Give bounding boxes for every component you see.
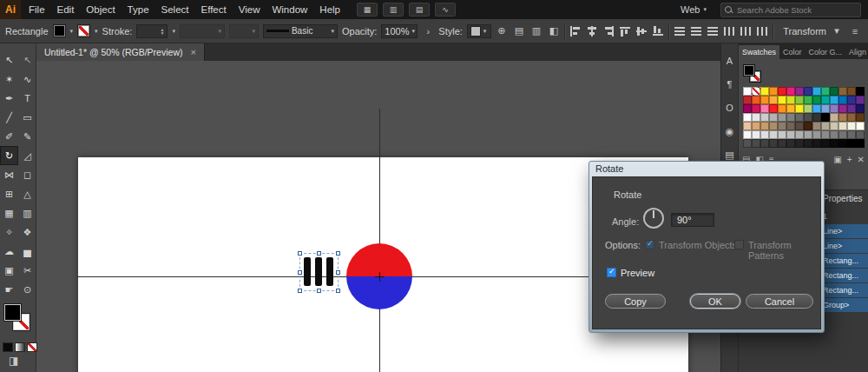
swatch[interactable] xyxy=(760,130,769,139)
selection-handle[interactable] xyxy=(336,289,340,293)
distribute-right-icon[interactable] xyxy=(756,26,768,37)
selection-tool[interactable]: ↖ xyxy=(0,50,18,70)
menu-type[interactable]: Type xyxy=(122,0,155,19)
swatch[interactable] xyxy=(778,139,786,148)
swatch[interactable] xyxy=(743,139,752,148)
new-color-group-icon[interactable]: ▣ xyxy=(833,155,841,164)
cancel-button[interactable]: Cancel xyxy=(746,294,813,309)
panel-fill-swatch[interactable] xyxy=(743,64,755,76)
transform-patterns-checkbox[interactable] xyxy=(734,240,744,249)
swatch[interactable] xyxy=(752,104,760,113)
swatch[interactable] xyxy=(769,87,778,96)
swatch[interactable] xyxy=(812,130,821,139)
pen-tool[interactable]: ✒ xyxy=(0,89,18,108)
align-top-icon[interactable] xyxy=(619,26,631,37)
preview-checkbox[interactable] xyxy=(607,268,616,277)
swatch[interactable] xyxy=(743,113,752,122)
screen-mode-button[interactable]: ◨ xyxy=(9,355,18,367)
character-panel-icon[interactable]: A xyxy=(722,54,738,68)
opacity-options-icon[interactable]: › xyxy=(422,25,434,37)
tab-color[interactable]: Color xyxy=(779,45,806,59)
align-middle-icon[interactable] xyxy=(635,26,648,37)
distribute-left-icon[interactable] xyxy=(723,26,735,37)
swatch[interactable] xyxy=(760,113,769,122)
tab-align[interactable]: Align xyxy=(845,45,868,59)
bridge-icon[interactable]: ▦ xyxy=(357,3,378,17)
dialog-title[interactable]: Rotate xyxy=(589,162,824,176)
swatch[interactable] xyxy=(821,87,830,96)
swatch[interactable] xyxy=(795,113,804,122)
swatch[interactable] xyxy=(821,139,830,148)
swatch[interactable] xyxy=(856,113,865,122)
paintbrush-tool[interactable]: ✐ xyxy=(0,127,18,146)
selection-handle[interactable] xyxy=(298,270,302,275)
distribute-top-icon[interactable] xyxy=(674,26,686,37)
magic-wand-tool[interactable]: ✶ xyxy=(0,70,18,89)
swatch[interactable] xyxy=(821,130,830,139)
eyedropper-tool[interactable]: ✧ xyxy=(0,223,18,242)
swatch[interactable] xyxy=(830,130,838,139)
selection-handle[interactable] xyxy=(298,289,302,293)
color-mode-button[interactable] xyxy=(3,342,13,352)
swatch[interactable] xyxy=(752,113,760,122)
angle-input[interactable] xyxy=(671,213,714,227)
arrange-documents-icon[interactable]: ▥ xyxy=(383,3,404,17)
swatch[interactable] xyxy=(838,122,847,130)
stroke-chevron-icon[interactable]: ▾ xyxy=(95,28,98,35)
distribute-middle-icon[interactable] xyxy=(690,26,702,37)
swatch[interactable] xyxy=(821,104,830,113)
document-setup-icon[interactable]: ⊕ xyxy=(496,25,508,37)
swatch[interactable] xyxy=(847,139,856,148)
swatch[interactable] xyxy=(795,139,804,148)
swatch[interactable] xyxy=(786,96,795,104)
selection-handle[interactable] xyxy=(336,270,340,275)
close-icon[interactable]: × xyxy=(190,48,195,57)
swatch[interactable] xyxy=(778,113,786,122)
menu-select[interactable]: Select xyxy=(155,0,195,19)
scale-tool[interactable]: ◿ xyxy=(18,146,36,165)
menu-view[interactable]: View xyxy=(233,0,266,19)
none-mode-button[interactable] xyxy=(27,342,37,352)
swatch[interactable] xyxy=(856,139,865,148)
rectangle-tool[interactable]: ▭ xyxy=(18,108,36,127)
swatch[interactable] xyxy=(769,130,778,139)
swatch[interactable] xyxy=(821,113,830,122)
opentype-panel-icon[interactable]: O xyxy=(722,101,738,115)
symbol-sprayer-tool[interactable]: ☁ xyxy=(0,242,18,261)
tab-swatches[interactable]: Swatches xyxy=(739,45,779,59)
swatch[interactable] xyxy=(804,139,812,148)
zoom-tool[interactable]: ⊙ xyxy=(18,280,36,299)
swatch[interactable] xyxy=(830,96,838,104)
swatch[interactable] xyxy=(752,130,760,139)
shape-mode-icon[interactable]: ◧ xyxy=(548,25,560,37)
ok-button[interactable]: OK xyxy=(690,294,740,309)
swatch[interactable] xyxy=(830,139,838,148)
transform-caret-icon[interactable]: ▾ xyxy=(831,25,843,37)
swatch[interactable] xyxy=(830,113,838,122)
swatch[interactable] xyxy=(812,87,821,96)
slice-tool[interactable]: ✂ xyxy=(18,261,36,280)
swatch[interactable] xyxy=(847,87,856,96)
workspace-switcher[interactable]: Web ▾ xyxy=(681,4,719,15)
swatch[interactable] xyxy=(769,96,778,104)
blend-tool[interactable]: ❖ xyxy=(18,223,36,242)
swatch[interactable] xyxy=(752,139,760,148)
swatch[interactable] xyxy=(760,104,769,113)
tab-color-g-[interactable]: Color G... xyxy=(806,45,846,59)
selection-handle[interactable] xyxy=(298,251,302,256)
swatch[interactable] xyxy=(743,87,752,96)
swatch[interactable] xyxy=(830,104,838,113)
swatch[interactable] xyxy=(752,87,760,96)
swatch[interactable] xyxy=(743,130,752,139)
align-right-icon[interactable] xyxy=(602,26,615,37)
swatch[interactable] xyxy=(838,130,847,139)
menu-file[interactable]: File xyxy=(23,0,51,19)
swatch[interactable] xyxy=(769,113,778,122)
swatch[interactable] xyxy=(821,122,830,130)
type-tool[interactable]: T xyxy=(18,89,36,108)
swatch[interactable] xyxy=(786,104,795,113)
swatch[interactable] xyxy=(830,122,838,130)
document-tab[interactable]: Untitled-1* @ 50% (RGB/Preview) × xyxy=(36,43,205,61)
swatch[interactable] xyxy=(760,87,769,96)
swatch[interactable] xyxy=(769,104,778,113)
